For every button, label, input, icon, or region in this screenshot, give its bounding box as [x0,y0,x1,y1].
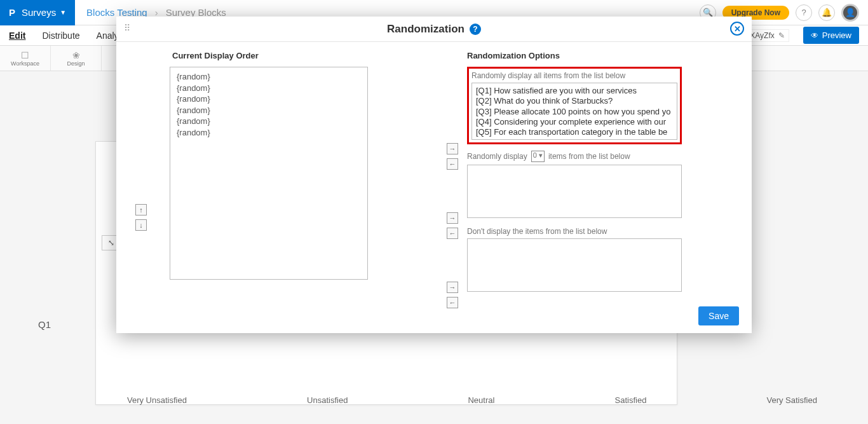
list-item[interactable]: [Q2] What do you think of Starbucks? [476,96,673,106]
right-column-header: Randomization Options [434,51,739,60]
list-item[interactable]: [Q3] Please allocate 100 points on how y… [476,107,673,117]
move-down-button[interactable]: ↓ [135,219,147,231]
list-item[interactable]: {random} [177,105,361,116]
randomize-all-list[interactable]: [Q1] How satisfied are you with our serv… [471,83,677,140]
list-item[interactable]: [Q5] For each transportation category in… [476,127,673,137]
close-icon[interactable]: ✕ [730,22,744,36]
move-left-button[interactable]: ← [447,228,458,239]
move-left-button[interactable]: ← [447,297,458,308]
list-item[interactable]: [Q4] Considering your complete experienc… [476,117,673,127]
left-column-header: Current Display Order [129,51,434,60]
save-button[interactable]: Save [698,306,739,325]
list-item[interactable]: {random} [177,127,361,139]
help-icon[interactable]: ? [470,24,481,35]
highlighted-section: Randomly display all items from the list… [467,67,682,144]
group2-label-post: items from the list below [548,152,630,161]
list-item[interactable]: {random} [177,93,361,105]
dont-display-list[interactable] [467,238,682,292]
group3-label: Don't display the items from the list be… [467,227,682,236]
display-order-list[interactable]: {random} {random} {random} {random} {ran… [170,67,368,280]
drag-handle-icon[interactable]: ⠿ [124,23,132,33]
move-right-button[interactable]: → [447,212,458,224]
group1-label: Randomly display all items from the list… [471,71,677,80]
group2-label-pre: Randomly display [467,152,527,161]
move-left-button[interactable]: ← [447,158,458,170]
randomize-n-list[interactable] [467,165,682,218]
move-right-button[interactable]: → [447,282,458,293]
list-item[interactable]: {random} [177,116,361,127]
move-up-button[interactable]: ↑ [135,204,147,215]
list-item[interactable]: {random} [177,83,361,94]
modal-title: Randomization [387,23,465,36]
list-item[interactable]: {random} [177,71,361,83]
randomization-modal: ⠿ Randomization ? ✕ ↑ ↓ Current Display … [116,17,752,333]
move-right-button[interactable]: → [447,143,458,154]
list-item[interactable]: [Q1] How satisfied are you with our serv… [476,86,673,96]
display-count-select[interactable]: 0 ▾ [531,151,545,162]
